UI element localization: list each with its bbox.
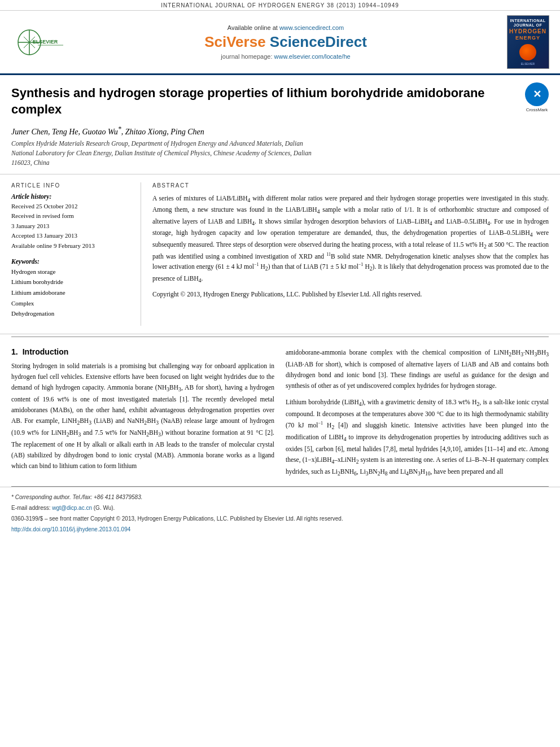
revised-label: Received in revised form: [11, 211, 129, 221]
email-link: wgt@dicp.ac.cn: [52, 505, 92, 511]
article-history-title: Article history:: [11, 193, 129, 200]
cover-journal-title: INTERNATIONALJOURNAL OF HYDROGEN ENERGY: [509, 19, 546, 41]
sciverse-direct-text: ScienceDirect: [270, 33, 367, 50]
paper-title-section: Synthesis and hydrogen storage propertie…: [0, 75, 560, 174]
author-guotao: Guotao Wu*: [82, 128, 121, 136]
body-divider: [11, 337, 549, 337]
crossmark-icon: ✕: [525, 82, 549, 106]
article-history-group: Article history: Received 25 October 201…: [11, 193, 129, 251]
abstract-label: ABSTRACT: [152, 182, 549, 189]
sciverse-brand: SciVerse ScienceDirect: [204, 33, 367, 51]
intro-right-text-2: Lithium borohydride (LiBH4), with a grav…: [286, 397, 549, 478]
journal-homepage: journal homepage: www.elsevier.com/locat…: [221, 53, 350, 60]
journal-branding: ELSEVIER Available online at www.science…: [0, 11, 560, 75]
elsevier-logo-area: ELSEVIER: [7, 15, 69, 69]
journal-cover-image: INTERNATIONALJOURNAL OF HYDROGEN ENERGY …: [507, 15, 549, 69]
article-info-label: ARTICLE INFO: [11, 182, 129, 189]
elsevier-logo-svg: ELSEVIER: [12, 27, 63, 58]
crossmark-badge: ✕ CrossMark: [525, 82, 549, 112]
journal-title-line: INTERNATIONAL JOURNAL OF HYDROGEN ENERGY…: [161, 2, 399, 8]
paper-footer: * Corresponding author. Tel./fax: +86 41…: [0, 487, 560, 539]
keyword-3: Lithium amidoborane: [11, 287, 129, 298]
keyword-4: Complex: [11, 298, 129, 309]
intro-left-col: 1.Introduction Storing hydrogen in solid…: [11, 347, 274, 478]
intro-right-text-1: amidoborane-ammonia borane complex with …: [286, 347, 549, 391]
keywords-title: Keywords:: [11, 258, 129, 265]
article-info-col: ARTICLE INFO Article history: Received 2…: [11, 182, 141, 326]
section-number: 1.: [11, 347, 18, 356]
author-ping: Ping Chen: [170, 128, 204, 136]
corresponding-author-note: * Corresponding author. Tel./fax: +86 41…: [11, 493, 549, 502]
cover-decoration: [519, 44, 536, 60]
introduction-section: 1.Introduction Storing hydrogen in solid…: [0, 339, 560, 486]
affiliation-line2: National Laboratory for Clean Energy, Da…: [11, 150, 312, 156]
corresponding-star: *: [118, 125, 121, 133]
section-title: Introduction: [23, 347, 69, 356]
corresponding-label: * Corresponding author. Tel./fax: +86 41…: [11, 494, 143, 500]
keyword-2: Lithium borohydride: [11, 277, 129, 287]
affiliation-line1: Complex Hydride Materials Research Group…: [11, 140, 303, 147]
revised-date: 3 January 2013: [11, 221, 129, 231]
journal-cover-area: INTERNATIONALJOURNAL OF HYDROGEN ENERGY …: [502, 15, 553, 69]
cover-bottom-text: ELSEVIER: [521, 62, 535, 65]
author-juner: Juner Chen: [11, 128, 48, 136]
received-date: Received 25 October 2012: [11, 202, 129, 212]
svg-text:ELSEVIER: ELSEVIER: [33, 39, 58, 45]
intro-right-col: amidoborane-ammonia borane complex with …: [286, 347, 549, 478]
accepted-date: Accepted 13 January 2013: [11, 231, 129, 241]
intro-section-header: 1.Introduction: [11, 347, 274, 356]
abstract-body: A series of mixtures of LiAB/LiBH4 with …: [152, 193, 549, 285]
issn-note: 0360-3199/$ – see front matter Copyright…: [11, 514, 549, 523]
email-note: E-mail address: wgt@dicp.ac.cn (G. Wu).: [11, 504, 549, 513]
affiliation-line3: 116023, China: [11, 159, 50, 166]
available-date: Available online 9 February 2013: [11, 241, 129, 251]
author-zhitao: Zhitao Xiong: [125, 128, 167, 136]
author-teng: Teng He: [52, 128, 78, 136]
abstract-copyright: Copyright © 2013, Hydrogen Energy Public…: [152, 289, 549, 299]
abstract-col: ABSTRACT A series of mixtures of LiAB/Li…: [141, 182, 549, 326]
doi-link: http://dx.doi.org/10.1016/j.ijhydene.201…: [11, 526, 130, 532]
sciverse-area: Available online at www.sciencedirect.co…: [75, 15, 497, 69]
affiliation-text: Complex Hydride Materials Research Group…: [11, 139, 549, 168]
journal-header-bar: INTERNATIONAL JOURNAL OF HYDROGEN ENERGY…: [0, 0, 560, 11]
paper-title: Synthesis and hydrogen storage propertie…: [11, 85, 519, 117]
available-online-text: Available online at www.sciencedirect.co…: [228, 24, 344, 31]
doi-note: http://dx.doi.org/10.1016/j.ijhydene.201…: [11, 525, 549, 534]
intro-left-text: Storing hydrogen in solid materials is a…: [11, 361, 274, 471]
crossmark-label: CrossMark: [525, 107, 549, 112]
authors-line: Juner Chen, Teng He, Guotao Wu*, Zhitao …: [11, 125, 549, 137]
keyword-5: Dehydrogenation: [11, 308, 129, 319]
article-info-abstract-section: ARTICLE INFO Article history: Received 2…: [0, 174, 560, 334]
keyword-1: Hydrogen storage: [11, 267, 129, 277]
sciverse-sci-text: SciVerse: [204, 33, 270, 50]
keywords-group: Keywords: Hydrogen storage Lithium boroh…: [11, 258, 129, 319]
